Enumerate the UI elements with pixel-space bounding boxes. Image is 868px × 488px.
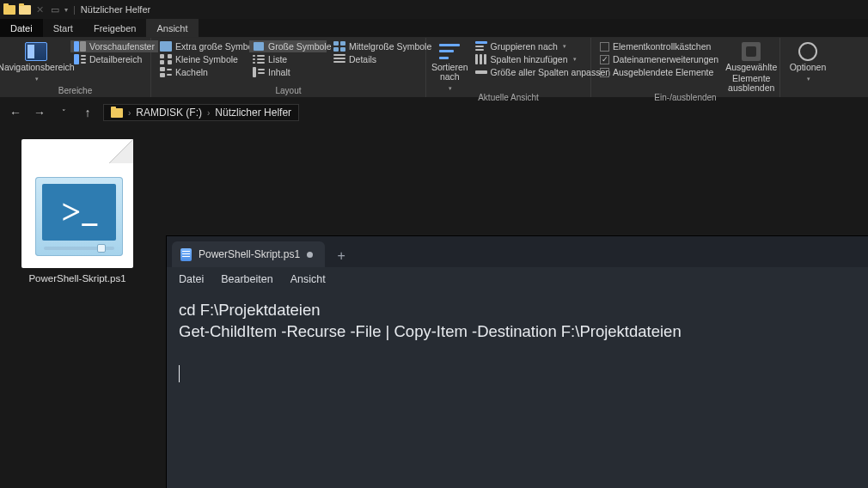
breadcrumb-root[interactable]: RAMDISK (F:) [136,107,202,119]
preview-pane-button[interactable]: Vorschaufenster [70,40,158,52]
layout-content[interactable]: Inhalt [249,66,327,78]
qat-separator: ✕ [34,4,46,15]
sort-by-label: Sortieren nach [431,63,468,82]
hidden-items-toggle[interactable]: Ausgeblendete Elemente [596,66,722,78]
editor-window: PowerShell-Skript.ps1 + Datei Bearbeiten… [167,236,868,488]
group-label-showhide: Ein-/ausblenden [591,93,779,104]
tab-start[interactable]: Start [43,19,83,37]
checkbox-empty-icon [600,42,609,52]
hide-selected-icon [742,42,761,61]
address-bar[interactable]: › RAMDISK (F:) › Nützlicher Helfer [103,104,299,121]
layout-md-icon [333,41,345,52]
layout-sm-icon [160,54,172,64]
editor-line-2: Get-ChildItem -Recurse -File | Copy-Item… [179,322,682,340]
hide-selected-button[interactable]: Ausgewählte Elemente ausblenden [725,40,777,93]
file-name-label: PowerShell-Skript.ps1 [17,273,138,284]
app-folder-icon [3,3,15,15]
document-icon [180,248,192,261]
editor-menu-bar: Datei Bearbeiten Ansicht [167,267,868,291]
editor-text-area[interactable]: cd F:\Projektdateien Get-ChildItem -Recu… [167,291,868,488]
layout-xl[interactable]: Extra große Symbole [156,40,246,52]
nav-pane-label: Navigationsbereich [0,63,75,72]
checkbox-checked-icon: ✓ [600,55,609,64]
titlebar: ✕ ▭ ▾ | Nützlicher Helfer [0,0,868,19]
text-cursor [179,365,180,382]
add-columns-icon [475,54,487,64]
tab-freigeben[interactable]: Freigeben [83,19,147,37]
nav-up-button[interactable]: ↑ [79,106,96,119]
layout-list-icon [253,54,265,64]
nav-back-button[interactable]: ← [7,106,24,119]
layout-lg[interactable]: Große Symbole [249,40,327,52]
address-folder-icon [111,108,123,118]
layout-content-icon [253,67,265,77]
nav-pane-button[interactable]: Navigationsbereich ▾ [5,40,67,83]
nav-forward-button[interactable]: → [31,106,48,119]
editor-line-1: cd F:\Projektdateien [179,301,321,319]
qat-properties-icon[interactable]: ▭ [49,3,61,15]
group-label-current-view: Aktuelle Ansicht [426,93,590,104]
file-item-ps1[interactable]: > PowerShell-Skript.ps1 [17,139,138,284]
layout-md[interactable]: Mittelgroße Symbole [330,40,426,52]
tab-ansicht[interactable]: Ansicht [146,19,198,37]
editor-menu-datei[interactable]: Datei [179,273,204,285]
editor-menu-ansicht[interactable]: Ansicht [290,273,326,285]
window-title: Nützlicher Helfer [81,4,150,15]
file-ext-toggle[interactable]: ✓Dateinamenerweiterungen [596,53,722,65]
group-label-options [780,86,868,97]
details-pane-label: Detailbereich [89,54,142,64]
layout-list[interactable]: Liste [249,53,327,65]
layout-tile[interactable]: Kacheln [156,66,246,78]
layout-sm[interactable]: Kleine Symbole [156,53,246,65]
breadcrumb-current[interactable]: Nützlicher Helfer [215,107,291,119]
layout-details-icon [333,54,345,64]
nav-recent-dropdown[interactable]: ˅ [55,108,72,117]
preview-pane-label: Vorschaufenster [89,41,155,52]
layout-lg-icon [253,41,265,52]
preview-pane-icon [74,41,86,52]
quick-access-new-folder-icon[interactable] [19,3,31,15]
options-icon [798,42,817,61]
details-pane-icon [74,54,86,64]
sort-icon [439,42,460,61]
nav-pane-icon [25,42,47,61]
group-label-bereiche: Bereiche [0,86,150,97]
size-columns-icon [475,67,487,77]
details-pane-button[interactable]: Detailbereich [70,53,158,65]
checkbox-empty-icon [600,68,609,77]
qat-customize-icon[interactable]: ▾ [64,6,68,14]
tab-datei[interactable]: Datei [0,19,43,37]
layout-xl-icon [160,41,172,52]
options-button[interactable]: Optionen ▾ [785,40,830,83]
editor-tab-title: PowerShell-Skript.ps1 [199,248,300,260]
sort-by-button[interactable]: Sortieren nach ▾ [431,40,468,93]
layout-tile-icon [160,67,172,77]
layout-details[interactable]: Details [330,53,426,65]
item-checkboxes-toggle[interactable]: Elementkontrollkästchen [596,40,722,52]
ribbon: Navigationsbereich ▾ Vorschaufenster Det… [0,38,868,98]
ribbon-tabs: Datei Start Freigeben Ansicht [0,19,868,38]
group-label-layout: Layout [151,86,425,97]
options-label: Optionen [790,63,827,72]
editor-tab-active[interactable]: PowerShell-Skript.ps1 [172,241,325,267]
group-by-icon [475,41,487,52]
editor-new-tab-button[interactable]: + [330,248,352,267]
editor-tab-strip: PowerShell-Skript.ps1 + [167,236,868,267]
unsaved-indicator-icon [307,252,313,258]
editor-menu-bearbeiten[interactable]: Bearbeiten [221,273,272,285]
ps1-file-icon: > [21,139,133,268]
